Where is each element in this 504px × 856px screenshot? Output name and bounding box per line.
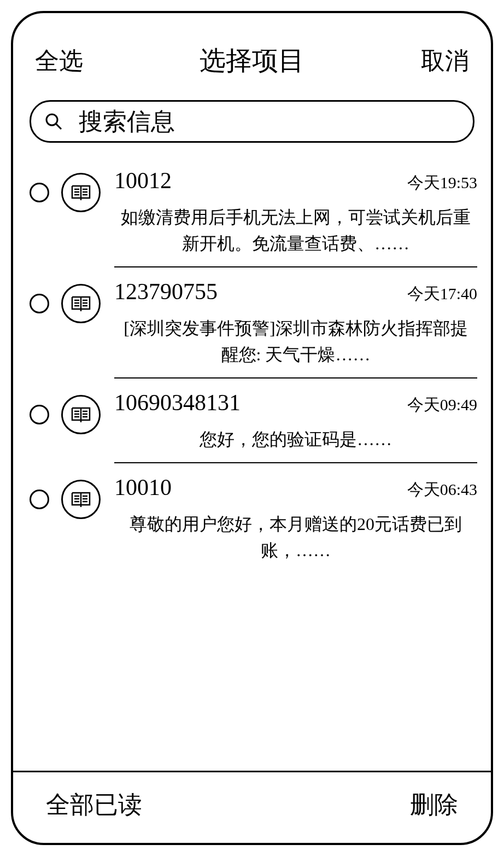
message-content: 10690348131 今天09:49 您好，您的验证码是…… [114, 389, 477, 463]
search-input[interactable] [79, 108, 459, 136]
delete-button[interactable]: 删除 [410, 789, 458, 821]
cancel-button[interactable]: 取消 [421, 45, 469, 77]
message-item[interactable]: 123790755 今天17:40 [深圳突发事件预警]深圳市森林防火指挥部提醒… [13, 267, 491, 378]
search-icon [45, 113, 62, 130]
select-all-button[interactable]: 全选 [35, 45, 83, 77]
message-icon [61, 395, 101, 434]
message-content: 123790755 今天17:40 [深圳突发事件预警]深圳市森林防火指挥部提醒… [114, 278, 477, 378]
message-content: 10012 今天19:53 如缴清费用后手机无法上网，可尝试关机后重新开机。免流… [114, 167, 477, 267]
message-icon [61, 480, 101, 519]
svg-point-0 [46, 114, 57, 125]
phone-frame: 全选 选择项目 取消 10012 今天19:53 [11, 11, 493, 845]
sender: 10012 [114, 167, 172, 194]
search-bar[interactable] [30, 100, 474, 143]
timestamp: 今天17:40 [407, 283, 477, 305]
message-content: 10010 今天06:43 尊敬的用户您好，本月赠送的20元话费已到账，…… [114, 474, 477, 573]
message-item[interactable]: 10690348131 今天09:49 您好，您的验证码是…… [13, 378, 491, 463]
checkbox[interactable] [30, 294, 49, 313]
preview: 尊敬的用户您好，本月赠送的20元话费已到账，…… [114, 511, 477, 563]
timestamp: 今天06:43 [407, 479, 477, 501]
message-item[interactable]: 10010 今天06:43 尊敬的用户您好，本月赠送的20元话费已到账，…… [13, 463, 491, 573]
svg-line-1 [56, 124, 61, 129]
sender: 10010 [114, 474, 172, 500]
message-list: 10012 今天19:53 如缴清费用后手机无法上网，可尝试关机后重新开机。免流… [13, 156, 491, 771]
page-title: 选择项目 [200, 43, 304, 78]
message-icon [61, 173, 101, 212]
message-icon [61, 284, 101, 323]
timestamp: 今天19:53 [407, 172, 477, 194]
preview: [深圳突发事件预警]深圳市森林防火指挥部提醒您: 天气干燥…… [114, 315, 477, 368]
message-item[interactable]: 10012 今天19:53 如缴清费用后手机无法上网，可尝试关机后重新开机。免流… [13, 156, 491, 267]
sender: 10690348131 [114, 389, 241, 416]
header: 全选 选择项目 取消 [13, 13, 491, 95]
mark-all-read-button[interactable]: 全部已读 [46, 789, 142, 821]
preview: 如缴清费用后手机无法上网，可尝试关机后重新开机。免流量查话费、…… [114, 204, 477, 257]
checkbox[interactable] [30, 183, 49, 202]
checkbox[interactable] [30, 490, 49, 509]
sender: 123790755 [114, 278, 218, 305]
footer: 全部已读 删除 [13, 771, 491, 843]
preview: 您好，您的验证码是…… [114, 426, 477, 452]
timestamp: 今天09:49 [407, 394, 477, 416]
checkbox[interactable] [30, 405, 49, 424]
